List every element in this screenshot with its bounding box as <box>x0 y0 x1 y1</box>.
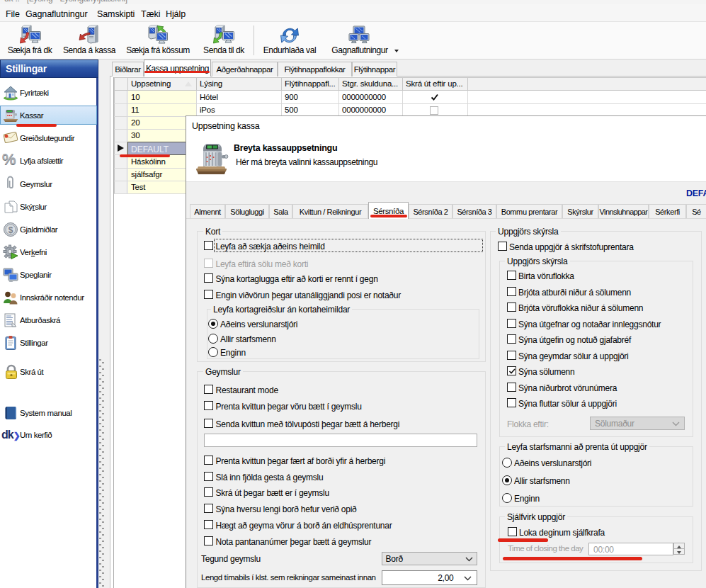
svg-text:$: $ <box>8 225 13 235</box>
